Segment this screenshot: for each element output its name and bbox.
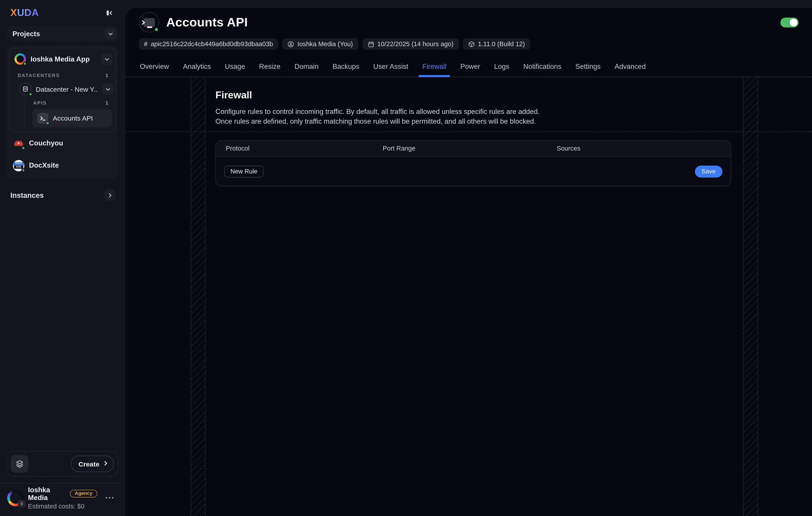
page-header: Accounts API # apic2516c22dc4cb449a6bd0d…	[125, 8, 812, 50]
datacenters-section-label: DATACENTERS 1	[11, 72, 113, 78]
new-rule-button[interactable]: New Rule	[224, 165, 264, 177]
tab-notifications[interactable]: Notifications	[523, 56, 561, 77]
instances-label: Instances	[10, 191, 44, 199]
account-info: Ioshka Media Agency Estimated costs: $0	[28, 486, 97, 510]
column-header-port-range: Port Range	[383, 145, 557, 152]
logo-letter-x: X	[10, 7, 17, 18]
version-badge[interactable]: 1.11.0 (Build 12)	[463, 38, 530, 50]
column-header-sources: Sources	[557, 145, 721, 152]
account-name: Ioshka Media	[28, 486, 66, 502]
tab-settings[interactable]: Settings	[575, 56, 601, 77]
docxsite-avatar: DOCX SITE	[13, 160, 24, 171]
title-row: Accounts API	[139, 12, 799, 33]
tab-backups[interactable]: Backups	[332, 56, 359, 77]
hatch-band-left	[191, 77, 206, 516]
rules-table-header: Protocol Port Range Sources	[216, 141, 731, 157]
account-count-badge: 0	[18, 500, 26, 507]
chevron-right-icon	[103, 460, 109, 468]
xuda-logo: XUDA	[10, 7, 39, 19]
instances-expand-button[interactable]	[104, 189, 115, 201]
app-name-label: Ioshka Media App	[31, 55, 96, 63]
sidebar: XUDA Projects Ioshka Med	[0, 0, 125, 516]
tab-overview[interactable]: Overview	[140, 56, 169, 77]
create-card: Create	[6, 451, 119, 477]
projects-collapse-button[interactable]	[105, 28, 116, 39]
status-dot-gray	[21, 168, 26, 172]
sidebar-item-couchyou[interactable]: Couchyou	[9, 132, 116, 154]
tab-domain[interactable]: Domain	[294, 56, 318, 77]
sidebar-item-docxsite[interactable]: DOCX SITE DocXsite	[9, 154, 116, 177]
sidebar-header: XUDA	[6, 6, 119, 20]
account-more-button[interactable]	[101, 494, 117, 502]
datacenters-count: 1	[106, 72, 108, 78]
sidebar-item-datacenter[interactable]: Datacenter - New Y...	[11, 81, 113, 97]
tab-resize[interactable]: Resize	[259, 56, 281, 77]
tab-logs[interactable]: Logs	[494, 56, 509, 77]
collapse-sidebar-icon	[105, 9, 113, 17]
projects-group: Ioshka Media App DATACENTERS 1 Datacente…	[6, 45, 119, 179]
owner-badge[interactable]: Ioshka Media (You)	[282, 38, 358, 50]
user-icon	[288, 41, 294, 47]
firewall-section: Firewall Configure rules to control inco…	[215, 89, 733, 126]
sidebar-item-ioshka-media-app[interactable]: Ioshka Media App	[11, 50, 113, 68]
docxsite-label: DocXsite	[29, 161, 112, 169]
status-dot-green	[46, 121, 50, 125]
logo-letters-uda: UDA	[17, 7, 39, 18]
chevron-down-icon	[108, 31, 113, 37]
apis-count: 1	[106, 100, 108, 106]
sidebar-collapse-button[interactable]	[103, 7, 115, 19]
sidebar-spacer	[6, 203, 119, 451]
ioshka-media-app-avatar	[14, 53, 26, 65]
chevron-down-icon	[104, 56, 110, 62]
last-updated-badge[interactable]: 10/22/2025 (14 hours ago)	[362, 38, 459, 50]
app-window: XUDA Projects Ioshka Med	[0, 0, 812, 516]
tab-advanced[interactable]: Advanced	[614, 56, 646, 77]
more-options-icon	[105, 497, 113, 499]
firewall-description-line1: Configure rules to control incoming traf…	[215, 107, 733, 117]
couchyou-avatar	[13, 138, 24, 149]
estimated-costs-label: Estimated costs: $0	[28, 503, 97, 510]
toggle-knob	[790, 19, 798, 26]
hatch-band-right	[743, 77, 758, 516]
page-title: Accounts API	[166, 15, 774, 30]
sidebar-item-instances[interactable]: Instances	[6, 187, 119, 203]
firewall-description-line2: Once rules are defined, only traffic mat…	[215, 117, 733, 126]
tab-analytics[interactable]: Analytics	[183, 56, 211, 77]
accounts-api-label: Accounts API	[53, 114, 107, 122]
calendar-icon	[367, 41, 374, 47]
project-tree-ioshka-media-app: Ioshka Media App DATACENTERS 1 Datacente…	[9, 48, 116, 132]
apis-tree-branch: APIS 1 Accounts API	[24, 100, 114, 127]
section-divider-dashed	[125, 131, 812, 132]
sidebar-item-accounts-api[interactable]: Accounts API	[32, 109, 112, 127]
meta-badges-row: # apic2516c22dc4cb449a6bd0db93dbaa03b Io…	[139, 38, 799, 50]
datacenter-collapse-button[interactable]	[102, 83, 113, 95]
hash-icon: #	[144, 40, 147, 48]
accounts-api-icon	[139, 12, 160, 33]
create-button[interactable]: Create	[70, 456, 114, 472]
firewall-content: Firewall Configure rules to control inco…	[125, 77, 812, 516]
terminal-icon	[37, 113, 48, 123]
firewall-heading: Firewall	[215, 89, 733, 101]
api-id-badge[interactable]: # apic2516c22dc4cb449a6bd0db93dbaa03b	[139, 38, 278, 50]
tab-firewall[interactable]: Firewall	[422, 56, 446, 77]
firewall-rules-card: Protocol Port Range Sources New Rule Sav…	[215, 140, 731, 186]
api-enabled-toggle[interactable]	[780, 17, 799, 27]
tab-usage[interactable]: Usage	[225, 56, 245, 77]
status-dot-green	[154, 27, 159, 32]
account-avatar: 0	[7, 490, 24, 506]
main-panel: Accounts API # apic2516c22dc4cb449a6bd0d…	[125, 7, 812, 516]
couchyou-label: Couchyou	[29, 139, 112, 147]
tab-bar: Overview Analytics Usage Resize Domain B…	[125, 56, 812, 77]
app-collapse-button[interactable]	[101, 53, 112, 65]
status-dot-green	[23, 61, 27, 66]
chevron-right-icon	[107, 192, 113, 198]
chevron-down-icon	[105, 86, 111, 92]
database-icon	[19, 83, 32, 95]
save-button[interactable]: Save	[695, 165, 722, 177]
datacenter-name-label: Datacenter - New Y...	[36, 85, 98, 93]
tab-power[interactable]: Power	[460, 56, 480, 77]
rules-table-footer: New Rule Save	[216, 157, 731, 186]
status-dot-green	[21, 146, 26, 150]
cube-icon	[468, 41, 475, 47]
tab-user-assist[interactable]: User Assist	[373, 56, 408, 77]
